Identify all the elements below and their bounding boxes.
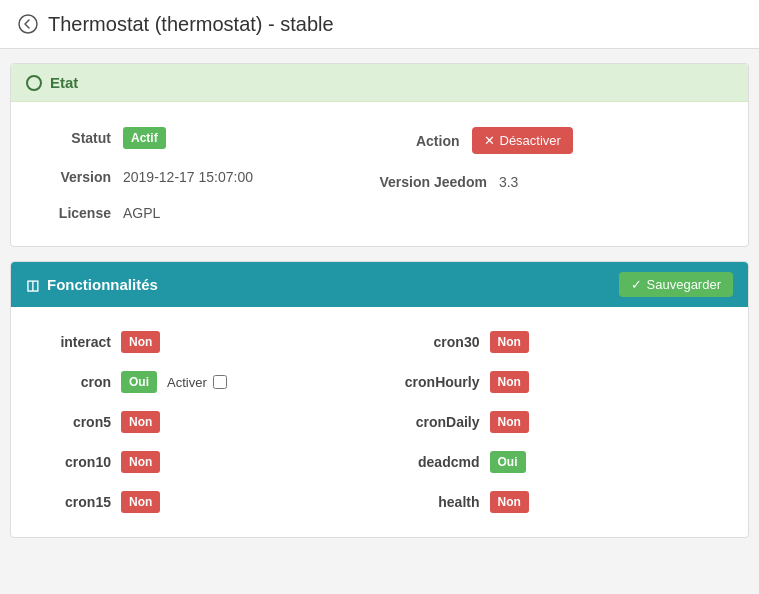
check-icon: ✓ (631, 277, 642, 292)
feat-label-deadcmd: deadcmd (390, 454, 480, 470)
etat-body: Statut Actif Version 2019-12-17 15:07:00… (11, 102, 748, 246)
license-value: AGPL (123, 205, 160, 221)
fonctionnalites-title-group: ◫ Fonctionnalités (26, 276, 158, 293)
feat-grid: interact Non cron Oui Activer cron5 Non (31, 322, 728, 522)
etat-icon (26, 75, 42, 91)
feat-row-interact: interact Non (31, 322, 380, 362)
x-icon: ✕ (484, 133, 495, 148)
feat-label-cron15: cron15 (41, 494, 111, 510)
fonctionnalites-body: interact Non cron Oui Activer cron5 Non (11, 307, 748, 537)
license-label: License (31, 205, 111, 221)
action-label: Action (380, 133, 460, 149)
feat-label-cronhourly: cronHourly (390, 374, 480, 390)
statut-badge: Actif (123, 127, 166, 149)
feat-label-crondaily: cronDaily (390, 414, 480, 430)
feat-row-cron: cron Oui Activer (31, 362, 380, 402)
feat-label-cron5: cron5 (41, 414, 111, 430)
save-label: Sauvegarder (647, 277, 721, 292)
feat-badge-interact: Non (121, 331, 160, 353)
feat-row-deadcmd: deadcmd Oui (380, 442, 729, 482)
feat-label-cron: cron (41, 374, 111, 390)
statut-label: Statut (31, 130, 111, 146)
feat-row-crondaily: cronDaily Non (380, 402, 729, 442)
etat-grid: Statut Actif Version 2019-12-17 15:07:00… (31, 117, 728, 231)
version-row: Version 2019-12-17 15:07:00 (31, 159, 380, 195)
statut-row: Statut Actif (31, 117, 380, 159)
feat-row-cron10: cron10 Non (31, 442, 380, 482)
activer-checkbox[interactable] (213, 375, 227, 389)
version-jeedom-value: 3.3 (499, 174, 518, 190)
feat-badge-cron30: Non (490, 331, 529, 353)
version-value: 2019-12-17 15:07:00 (123, 169, 253, 185)
feat-row-health: health Non (380, 482, 729, 522)
etat-left: Statut Actif Version 2019-12-17 15:07:00… (31, 117, 380, 231)
back-button[interactable] (16, 12, 40, 36)
feat-badge-crondaily: Non (490, 411, 529, 433)
feat-row-cronhourly: cronHourly Non (380, 362, 729, 402)
fonctionnalites-header: ◫ Fonctionnalités ✓ Sauvegarder (11, 262, 748, 307)
etat-header: Etat (11, 64, 748, 102)
svg-point-0 (19, 15, 37, 33)
feat-badge-cron15: Non (121, 491, 160, 513)
fonctionnalites-title: Fonctionnalités (47, 276, 158, 293)
page-header: Thermostat (thermostat) - stable (0, 0, 759, 49)
action-area: ✕ Désactiver (472, 127, 573, 154)
feat-badge-deadcmd: Oui (490, 451, 526, 473)
page-title: Thermostat (thermostat) - stable (48, 13, 334, 36)
version-label: Version (31, 169, 111, 185)
monitor-icon: ◫ (26, 277, 39, 293)
etat-title: Etat (50, 74, 78, 91)
feat-badge-cron5: Non (121, 411, 160, 433)
feat-label-cron30: cron30 (390, 334, 480, 350)
feat-badge-cronhourly: Non (490, 371, 529, 393)
feat-right: cron30 Non cronHourly Non cronDaily Non … (380, 322, 729, 522)
feat-left: interact Non cron Oui Activer cron5 Non (31, 322, 380, 522)
etat-card: Etat Statut Actif Version 2019-12-17 15:… (10, 63, 749, 247)
feat-label-health: health (390, 494, 480, 510)
action-row: Action ✕ Désactiver (380, 117, 729, 164)
version-jeedom-row: Version Jeedom 3.3 (380, 164, 729, 200)
feat-label-interact: interact (41, 334, 111, 350)
deactivate-button[interactable]: ✕ Désactiver (472, 127, 573, 154)
activer-label: Activer (167, 375, 207, 390)
version-jeedom-label: Version Jeedom (380, 174, 487, 190)
feat-badge-cron: Oui (121, 371, 157, 393)
feat-badge-cron10: Non (121, 451, 160, 473)
etat-right: Action ✕ Désactiver Version Jeedom 3.3 (380, 117, 729, 231)
fonctionnalites-card: ◫ Fonctionnalités ✓ Sauvegarder interact… (10, 261, 749, 538)
activer-group: Activer (167, 375, 227, 390)
deactivate-label: Désactiver (500, 133, 561, 148)
license-row: License AGPL (31, 195, 380, 231)
feat-badge-health: Non (490, 491, 529, 513)
feat-row-cron15: cron15 Non (31, 482, 380, 522)
feat-row-cron30: cron30 Non (380, 322, 729, 362)
save-button[interactable]: ✓ Sauvegarder (619, 272, 733, 297)
feat-label-cron10: cron10 (41, 454, 111, 470)
feat-row-cron5: cron5 Non (31, 402, 380, 442)
